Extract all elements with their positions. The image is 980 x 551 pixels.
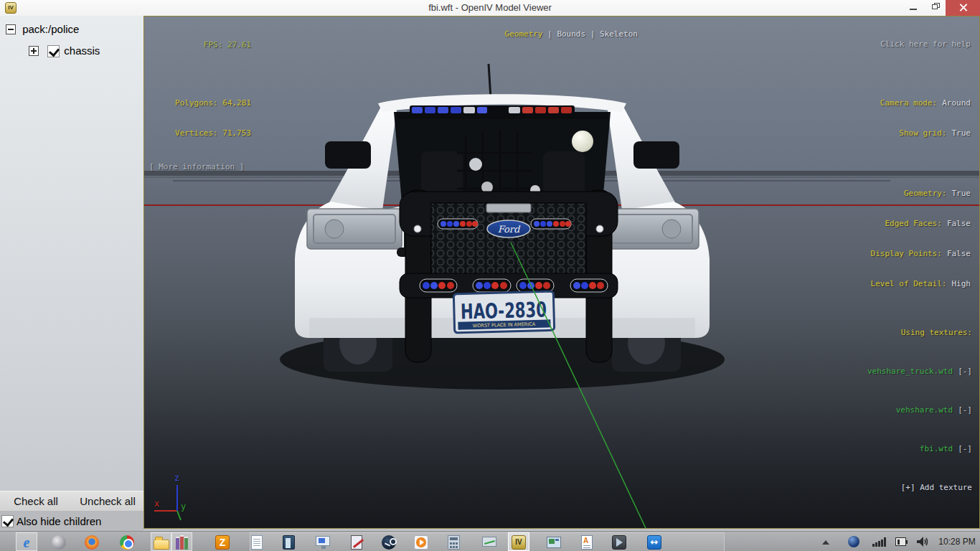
firefox-icon[interactable] bbox=[83, 534, 100, 551]
texture-name[interactable]: vehshare.wtd bbox=[896, 405, 953, 415]
close-button[interactable] bbox=[946, 0, 980, 16]
internet-explorer-icon[interactable]: e bbox=[18, 534, 35, 551]
geometry-setting[interactable]: Geometry:True bbox=[871, 189, 971, 199]
steam-icon[interactable] bbox=[380, 534, 397, 551]
minimize-button[interactable] bbox=[903, 0, 924, 16]
texture-name[interactable]: vehshare_truck.wtd bbox=[867, 367, 953, 376]
tree-actions: Check all Uncheck all bbox=[0, 491, 143, 511]
textures-header: Using textures: bbox=[867, 326, 972, 339]
vertices-readout: Vertices: 71,753 bbox=[149, 128, 251, 138]
notepad-icon[interactable] bbox=[248, 534, 265, 551]
tree-node-chassis: chassis bbox=[29, 44, 100, 57]
taskbar: e Z IV ↔ 10:28 PM bbox=[0, 531, 980, 551]
chassis-checkbox[interactable] bbox=[47, 45, 60, 57]
mode-skeleton[interactable]: Skeleton bbox=[600, 29, 638, 39]
axis-y-label: y bbox=[181, 501, 186, 512]
tree-node-root: pack:/police bbox=[6, 23, 79, 35]
interior-lightbar bbox=[410, 105, 575, 116]
axis-x-label: x bbox=[154, 499, 159, 509]
calculator-icon[interactable] bbox=[445, 534, 462, 551]
texture-item: fbi.wtd[-] bbox=[867, 443, 972, 456]
file-explorer-icon[interactable] bbox=[153, 534, 170, 551]
image-editor-icon[interactable] bbox=[348, 534, 365, 551]
axis-z-label: z bbox=[174, 473, 179, 483]
mode-switcher: Geometry | Bounds | Skeleton bbox=[144, 19, 979, 50]
texture-remove-button[interactable]: [-] bbox=[958, 367, 972, 376]
performance-monitor-icon[interactable] bbox=[481, 534, 498, 551]
settings-overlay: Click here for help Camera mode:Around S… bbox=[871, 19, 971, 309]
also-hide-children-label: Also hide children bbox=[17, 515, 101, 527]
daemon-tools-icon[interactable] bbox=[50, 534, 67, 551]
teamviewer-icon[interactable]: ↔ bbox=[646, 534, 663, 551]
mode-separator: | bbox=[585, 29, 600, 39]
openiv-taskbar-icon[interactable]: IV bbox=[510, 534, 527, 551]
media-player-icon[interactable] bbox=[413, 534, 430, 551]
collapse-icon[interactable] bbox=[6, 24, 16, 34]
more-information-link[interactable]: [ More information ] bbox=[149, 162, 251, 172]
titlebar: IV fbi.wft - OpenIV Model Viewer bbox=[0, 0, 980, 16]
restore-button[interactable] bbox=[925, 0, 946, 16]
edged-faces-setting[interactable]: Edged Faces:False bbox=[871, 219, 971, 229]
viewport-canvas[interactable]: Ford bbox=[143, 16, 980, 529]
show-hidden-icons-button[interactable] bbox=[822, 540, 829, 545]
texture-name[interactable]: fbi.wtd bbox=[920, 444, 953, 453]
zmodeler-icon[interactable]: Z bbox=[214, 534, 231, 551]
uncheck-all-button[interactable]: Uncheck all bbox=[72, 495, 143, 507]
texture-remove-button[interactable]: [-] bbox=[958, 444, 972, 453]
expand-icon[interactable] bbox=[29, 46, 39, 56]
battery-icon[interactable] bbox=[895, 537, 906, 546]
help-link[interactable]: Click here for help bbox=[871, 39, 971, 50]
show-grid-setting[interactable]: Show grid:True bbox=[871, 128, 971, 138]
texture-item: vehshare_truck.wtd[-] bbox=[867, 365, 972, 378]
volume-icon[interactable] bbox=[917, 537, 931, 547]
axis-gizmo: x z y bbox=[149, 471, 189, 522]
window-title: fbi.wft - OpenIV Model Viewer bbox=[0, 0, 980, 16]
polygons-readout: Polygons: 64,281 bbox=[149, 98, 251, 108]
tray-status-sphere-icon[interactable] bbox=[848, 536, 859, 547]
also-hide-children-checkbox[interactable] bbox=[1, 515, 14, 527]
document-viewer-icon[interactable] bbox=[578, 534, 595, 551]
car-model: Ford bbox=[280, 64, 725, 390]
chrome-icon[interactable] bbox=[118, 534, 136, 551]
ford-logo-text: Ford bbox=[498, 224, 521, 235]
texture-item: vehshare.wtd[-] bbox=[867, 404, 972, 417]
utility-app-icon[interactable] bbox=[280, 534, 297, 551]
mode-separator: | bbox=[543, 29, 557, 39]
model-scene: Ford bbox=[144, 17, 979, 528]
level-of-detail-setting[interactable]: Level of Detail:High bbox=[871, 279, 971, 289]
also-hide-children-row: Also hide children bbox=[0, 511, 143, 531]
network-signal-icon[interactable] bbox=[872, 537, 886, 547]
camera-mode-setting[interactable]: Camera mode:Around bbox=[871, 98, 971, 108]
spotlight bbox=[572, 131, 593, 152]
taskbar-clock[interactable]: 10:28 PM bbox=[937, 532, 977, 551]
check-all-button[interactable]: Check all bbox=[0, 495, 72, 507]
mode-geometry[interactable]: Geometry bbox=[505, 29, 543, 39]
model-tree-sidebar: pack:/police chassis Check all Uncheck a… bbox=[0, 16, 143, 531]
tree-chassis-label[interactable]: chassis bbox=[64, 44, 100, 57]
media-play-icon[interactable] bbox=[611, 534, 628, 551]
app-window-icon[interactable] bbox=[545, 534, 562, 551]
mode-bounds[interactable]: Bounds bbox=[557, 29, 585, 39]
license-plate: HAO-2830 WORST PLACE IN AMERICA bbox=[453, 291, 554, 333]
add-texture-button[interactable]: [+] Add texture bbox=[867, 481, 972, 494]
textures-overlay: Using textures: vehshare_truck.wtd[-] ve… bbox=[867, 301, 972, 520]
texture-remove-button[interactable]: [-] bbox=[958, 405, 972, 415]
monitor-check-icon[interactable] bbox=[314, 534, 331, 551]
display-points-setting[interactable]: Display Points:False bbox=[871, 249, 971, 259]
winrar-icon[interactable] bbox=[173, 534, 190, 551]
tree-root-label[interactable]: pack:/police bbox=[22, 23, 79, 35]
